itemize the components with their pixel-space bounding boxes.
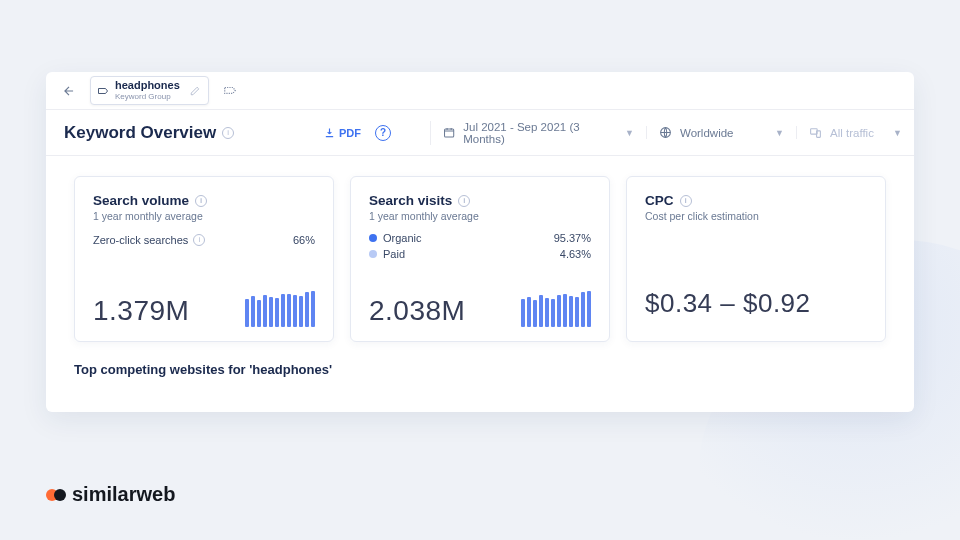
organic-value: 95.37% xyxy=(554,232,591,244)
card-subtitle: 1 year monthly average xyxy=(93,210,315,222)
info-icon[interactable]: i xyxy=(222,127,234,139)
cpc-range-value: $0.34 – $0.92 xyxy=(645,288,867,319)
main-panel: headphones Keyword Group Keyword Overvie… xyxy=(46,72,914,412)
subheader: Keyword Overview i PDF ? Jul 2021 - Sep … xyxy=(46,110,914,156)
tag-icon xyxy=(97,85,109,97)
brand-logo: similarweb xyxy=(46,483,175,506)
brand-name: similarweb xyxy=(72,483,175,506)
info-icon[interactable]: i xyxy=(680,195,692,207)
search-volume-value: 1.379M xyxy=(93,295,189,327)
search-volume-card: Search volume i 1 year monthly average Z… xyxy=(74,176,334,342)
globe-icon xyxy=(659,126,672,139)
paid-dot-icon xyxy=(369,250,377,258)
info-icon[interactable]: i xyxy=(195,195,207,207)
back-button[interactable] xyxy=(58,80,80,102)
card-title: Search visits xyxy=(369,193,452,208)
card-subtitle: Cost per click estimation xyxy=(645,210,867,222)
paid-value: 4.63% xyxy=(560,248,591,260)
volume-sparkline xyxy=(245,291,315,327)
chevron-down-icon: ▼ xyxy=(625,128,634,138)
pdf-label: PDF xyxy=(339,127,361,139)
metric-cards: Search volume i 1 year monthly average Z… xyxy=(46,156,914,356)
traffic-label: All traffic xyxy=(830,127,874,139)
page-title: Keyword Overview xyxy=(64,123,216,143)
region-label: Worldwide xyxy=(680,127,733,139)
help-button[interactable]: ? xyxy=(375,125,391,141)
info-icon[interactable]: i xyxy=(193,234,205,246)
card-title: Search volume xyxy=(93,193,189,208)
chip-label: headphones xyxy=(115,80,180,91)
zero-click-value: 66% xyxy=(293,234,315,246)
cpc-card: CPC i Cost per click estimation $0.34 – … xyxy=(626,176,886,342)
brand-logo-icon xyxy=(46,485,66,505)
zero-click-label: Zero-click searches xyxy=(93,234,188,246)
calendar-icon xyxy=(443,126,455,139)
visits-sparkline xyxy=(521,291,591,327)
traffic-picker[interactable]: All traffic ▼ xyxy=(796,126,914,139)
edit-icon[interactable] xyxy=(190,86,200,96)
svg-rect-0 xyxy=(445,129,454,137)
organic-dot-icon xyxy=(369,234,377,242)
search-visits-value: 2.038M xyxy=(369,295,465,327)
date-range-label: Jul 2021 - Sep 2021 (3 Months) xyxy=(463,121,615,145)
add-filter-icon[interactable] xyxy=(219,80,241,102)
organic-label: Organic xyxy=(383,232,422,244)
chip-subtitle: Keyword Group xyxy=(115,93,180,101)
chevron-down-icon: ▼ xyxy=(893,128,902,138)
competing-websites-title: Top competing websites for 'headphones' xyxy=(46,356,914,377)
topbar: headphones Keyword Group xyxy=(46,72,914,110)
date-range-picker[interactable]: Jul 2021 - Sep 2021 (3 Months) ▼ xyxy=(430,121,646,145)
info-icon[interactable]: i xyxy=(458,195,470,207)
keyword-group-chip[interactable]: headphones Keyword Group xyxy=(90,76,209,105)
search-visits-card: Search visits i 1 year monthly average O… xyxy=(350,176,610,342)
export-pdf-button[interactable]: PDF xyxy=(324,127,361,139)
paid-label: Paid xyxy=(383,248,405,260)
region-picker[interactable]: Worldwide ▼ xyxy=(646,126,796,139)
card-title: CPC xyxy=(645,193,674,208)
chevron-down-icon: ▼ xyxy=(775,128,784,138)
card-subtitle: 1 year monthly average xyxy=(369,210,591,222)
devices-icon xyxy=(809,126,822,139)
